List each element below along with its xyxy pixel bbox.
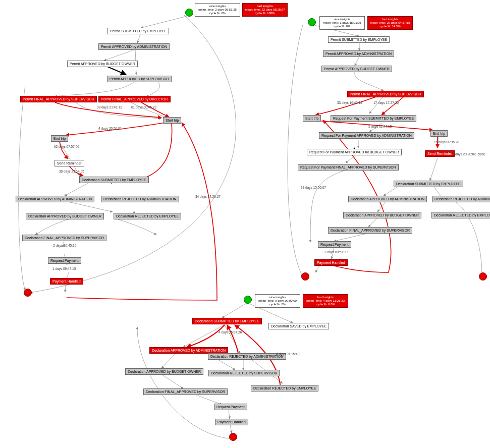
decl-submitted: Declaration SUBMITTED by EMPLOYEE — [192, 318, 262, 324]
end-node — [24, 289, 32, 297]
edge-label: 17 days 17:27:20 — [373, 101, 399, 104]
permit-final-sup: Permit FINAL_APPROVED by SUPERVISOR — [347, 91, 424, 97]
send-reminder: Send Reminder — [425, 150, 455, 157]
request-payment: Request Payment — [318, 241, 351, 248]
start-trip: Start trip — [163, 117, 181, 124]
edge-label: 62 days 07:57:06 — [54, 145, 79, 148]
bad-insights-box: bad insights mean_time: 29 days 04:57:15… — [367, 16, 413, 30]
permit-approved-admin: Permit APPROVED by ADMINISTRATION — [98, 43, 170, 50]
request-payment: Request Payment — [48, 257, 81, 264]
rfp-approved-admin: Request For Payment APPROVED by ADMINIST… — [319, 132, 414, 139]
end-trip: End trip — [51, 135, 68, 142]
rfp-approved-budget: Request For Payment APPROVED by BUDGET O… — [307, 149, 402, 155]
decl-approved-admin: Declaration APPROVED by ADMINISTRATION — [16, 196, 94, 202]
edge-label: 16 days 00:35:28 — [434, 140, 459, 144]
edge-label: 5 days 02:44:15 — [368, 125, 392, 128]
start-node — [185, 9, 193, 17]
decl-final-sup: Declaration FINAL_APPROVED by SUPERVISOR — [22, 235, 106, 241]
start-node — [244, 296, 252, 304]
end-node — [229, 433, 237, 441]
end-node-2 — [479, 272, 487, 281]
decl-rejected-emp: Declaration REJECTED by EMPLOYEE — [431, 212, 490, 218]
decl-submitted: Declaration SUBMITTED by EMPLOYEE — [79, 177, 149, 183]
decl-approved-budget: Declaration APPROVED by BUDGET OWNER — [26, 213, 104, 219]
decl-rejected-emp: Declaration REJECTED by EMPLOYEE — [114, 213, 181, 219]
decl-approved-budget: Declaration APPROVED by BUDGET OWNER — [343, 212, 421, 218]
edge-label: 4 days 07:15:40 — [276, 352, 299, 356]
payment-handled: Payment Handled — [215, 419, 248, 425]
edge-label: 3 days 09:57:17 — [324, 250, 348, 254]
edge-label: 38 days 21:41:12 — [97, 105, 122, 109]
decl-final-sup: Declaration FINAL_APPROVED by SUPERVISOR — [328, 227, 412, 234]
start-node — [308, 18, 316, 26]
payment-handled: Payment Handled — [314, 259, 348, 266]
end-trip: End trip — [430, 130, 448, 137]
decl-approved-admin: Declaration APPROVED by ADMINISTRATION — [348, 196, 427, 202]
bad-insights-box: bad insights mean_time: 4 days 11:26:33 … — [303, 294, 348, 308]
edge-label: 60 days 23:20:02, cycle — [451, 152, 485, 156]
edges-layer — [0, 0, 490, 448]
decl-rejected-emp: Declaration REJECTED by EMPLOYEE — [251, 385, 318, 391]
edge-label: 38 days 15:56:07 — [301, 186, 326, 189]
decl-rejected-admin: Declaration REJECTED by ADMINISTRATION — [432, 196, 490, 202]
edge-label: 61 days 00:45:23 — [131, 105, 156, 109]
decl-rejected-admin: Declaration REJECTED by ADMINISTRATION — [208, 353, 286, 360]
permit-submitted: Permit SUBMITTED by EMPLOYEE — [107, 28, 169, 34]
decl-rejected-sup: Declaration REJECTED by SUPERVISOR — [208, 370, 280, 376]
rfp-submitted: Request For Payment SUBMITTED by EMPLOYE… — [331, 115, 416, 122]
permit-approved-admin: Permit APPROVED by ADMINISTRATION — [323, 50, 394, 57]
permit-approved-budget: Permit APPROVED by BUDGET OWNER — [67, 61, 138, 67]
permit-submitted: Permit SUBMITTED by EMPLOYEE — [328, 36, 390, 43]
nice-insights-box: nice insights mean_time: 0 days 00:00:00… — [255, 294, 300, 308]
payment-handled: Payment Handled — [50, 278, 83, 285]
edge-label: 4 days 15:37:26 — [219, 330, 242, 334]
permit-final-sup: Permit FINAL_APPROVED by SUPERVISOR — [20, 96, 97, 102]
edge-label: 1 days 09:47:15 — [52, 267, 76, 270]
decl-final-sup: Declaration FINAL_APPROVED by SUPERVISOR — [143, 388, 228, 395]
decl-approved-budget: Declaration APPROVED by BUDGET OWNER — [125, 368, 203, 375]
decl-rejected-admin: Declaration REJECTED by ADMINISTRATION — [101, 196, 179, 202]
decl-submitted: Declaration SUBMITTED by EMPLOYEE — [394, 181, 463, 187]
edge-label: 4 days 20:56:01 — [98, 127, 122, 130]
start-trip: Start trip — [303, 115, 321, 122]
permit-approved-budget: Permit APPROVED by BUDGET OWNER — [321, 66, 392, 72]
rfp-final-sup: Request For Payment FINAL_APPROVED by SU… — [298, 164, 399, 171]
send-reminder: Send Reminder — [55, 160, 84, 166]
nice-insights-box: nice insights mean_time: 2 days 05:51:25… — [195, 3, 240, 17]
permit-final-dir: Permit FINAL_APPROVED by DIRECTOR — [98, 96, 171, 102]
edge-label: 30 days 23:14:05 — [59, 170, 84, 173]
request-payment: Request Payment — [214, 404, 247, 410]
edge-label: 2 days 16:45:30 — [53, 244, 76, 247]
edge-label: 33 days 16:40:18 — [337, 101, 362, 104]
bad-insights-box: bad insights mean_time: 22 days 08:28:37… — [242, 3, 288, 17]
decl-saved: Declaration SAVED by EMPLOYEE — [268, 323, 329, 329]
end-node — [301, 272, 309, 281]
permit-approved-sup: Permit APPROVED by SUPERVISOR — [107, 76, 172, 82]
nice-insights-box: nice insights mean_time: 1 days 15:21:05… — [319, 16, 365, 30]
edge-label: 34 days 14:26:27 — [195, 195, 221, 198]
